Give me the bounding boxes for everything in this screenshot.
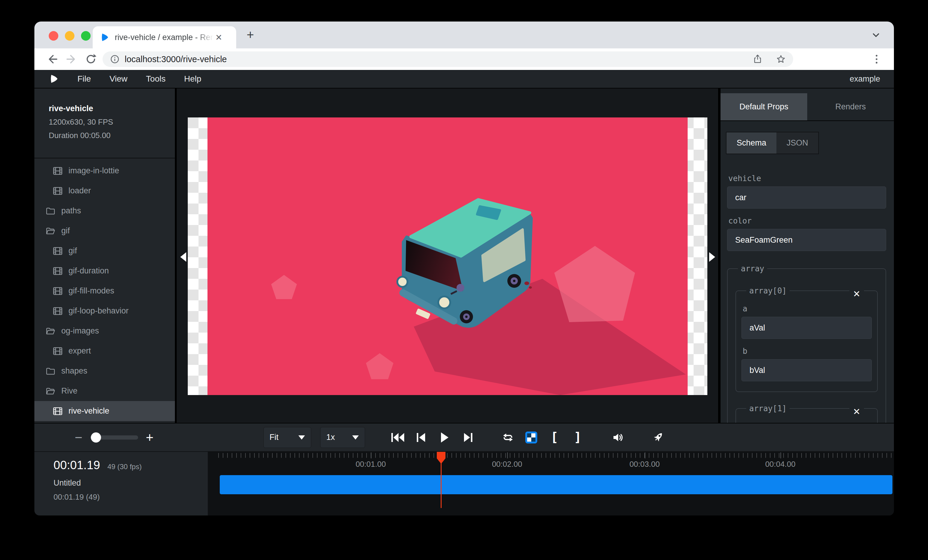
chevron-down-icon xyxy=(298,435,305,440)
compositions-sidebar: rive-vehicle 1200x630, 30 FPS Duration 0… xyxy=(34,88,175,423)
array-fieldset: array array[0] ✕ a b array[1] ✕ a xyxy=(727,264,886,423)
preview-area xyxy=(177,88,718,423)
array-0-a-input[interactable] xyxy=(742,317,872,339)
array-0-fieldset: array[0] ✕ a b xyxy=(736,286,878,392)
fit-select[interactable]: Fit xyxy=(263,427,311,448)
field-label-color: color xyxy=(728,216,886,225)
play-button[interactable] xyxy=(437,430,452,445)
array-0-b-input[interactable] xyxy=(742,359,872,381)
film-icon xyxy=(53,286,63,296)
tab-renders[interactable]: Renders xyxy=(807,93,894,120)
tab-default-props[interactable]: Default Props xyxy=(720,93,807,120)
menu-help[interactable]: Help xyxy=(184,74,201,84)
menu-file[interactable]: File xyxy=(78,74,91,84)
share-icon[interactable] xyxy=(752,54,763,64)
bookmark-star-icon[interactable] xyxy=(776,54,786,64)
color-input[interactable] xyxy=(727,229,886,251)
collapse-sidebar-arrow-icon[interactable] xyxy=(180,252,186,262)
sidebar-item-gif-folder[interactable]: gif xyxy=(34,221,175,241)
reload-button[interactable] xyxy=(85,53,97,65)
sidebar-item-gif-fill-modes[interactable]: gif-fill-modes xyxy=(34,281,175,301)
tab-close-icon[interactable]: ✕ xyxy=(215,33,222,43)
zoom-in-button[interactable]: + xyxy=(146,430,154,445)
playback-speed-select[interactable]: 1x xyxy=(320,427,365,448)
remove-array-1-button[interactable]: ✕ xyxy=(849,406,864,417)
panel-divider[interactable] xyxy=(718,88,720,423)
sidebar-item-og-images[interactable]: og-images xyxy=(34,321,175,341)
array-1-legend: array[1] xyxy=(746,404,789,413)
back-button[interactable] xyxy=(46,53,58,65)
sidebar-item-rive[interactable]: Rive xyxy=(34,381,175,401)
jump-to-end-button[interactable] xyxy=(461,430,475,445)
tab-search-chevron-icon[interactable] xyxy=(872,30,881,40)
film-icon xyxy=(53,306,63,316)
sidebar-item-image-in-lottie[interactable]: image-in-lottie xyxy=(34,161,175,181)
zoom-out-button[interactable]: − xyxy=(75,430,82,445)
jump-to-start-button[interactable] xyxy=(391,430,405,445)
collapse-panel-arrow-icon[interactable] xyxy=(709,252,715,262)
sidebar-item-gif-duration[interactable]: gif-duration xyxy=(34,261,175,281)
project-name-label: example xyxy=(850,75,880,84)
props-form: vehicle color array array[0] ✕ a b xyxy=(720,154,894,423)
composition-frame xyxy=(208,117,688,395)
ruler-label: 00:03.00 xyxy=(629,460,659,469)
film-icon xyxy=(53,346,63,356)
browser-menu-icon[interactable] xyxy=(871,53,882,65)
video-canvas xyxy=(188,117,707,395)
segment-json[interactable]: JSON xyxy=(777,132,818,154)
transparency-checkerboard-button[interactable] xyxy=(524,430,539,445)
segment-schema[interactable]: Schema xyxy=(727,132,777,154)
browser-tab[interactable]: rive-vehicle / example - Remoti ✕ xyxy=(93,26,236,49)
composition-duration: Duration 00:05.00 xyxy=(49,131,175,140)
menu-view[interactable]: View xyxy=(110,74,127,84)
main-area: rive-vehicle 1200x630, 30 FPS Duration 0… xyxy=(34,88,894,423)
timeline-track-bar[interactable] xyxy=(220,475,893,494)
track-name: Untitled xyxy=(53,478,208,488)
minimize-window-icon[interactable] xyxy=(65,31,75,41)
forward-button[interactable] xyxy=(66,53,78,65)
sidebar-item-gif-loop-behavior[interactable]: gif-loop-behavior xyxy=(34,301,175,321)
remotion-logo-icon[interactable] xyxy=(48,73,59,84)
volume-button[interactable] xyxy=(611,430,625,445)
sidebar-item-expert[interactable]: expert xyxy=(34,341,175,361)
array-1-fieldset: array[1] ✕ a b xyxy=(736,404,878,423)
out-marker-button[interactable]: ] xyxy=(571,430,585,445)
render-rocket-button[interactable] xyxy=(651,430,665,445)
loop-toggle-button[interactable] xyxy=(501,430,515,445)
timeline-ruler[interactable]: 00:01.00 00:02.00 00:03.00 00:04.00 xyxy=(218,451,894,469)
sidebar-item-shapes[interactable]: shapes xyxy=(34,361,175,381)
sidebar-item-rive-vehicle[interactable]: rive-vehicle xyxy=(34,401,175,421)
zoom-slider[interactable] xyxy=(90,435,138,440)
film-icon xyxy=(53,246,63,256)
remotion-favicon-icon xyxy=(99,32,110,43)
sidebar-item-paths[interactable]: paths xyxy=(34,201,175,221)
previous-frame-button[interactable] xyxy=(414,430,429,445)
frame-counter: 49 (30 fps) xyxy=(107,463,142,471)
menu-tools[interactable]: Tools xyxy=(146,74,165,84)
close-window-icon[interactable] xyxy=(49,31,58,41)
folder-open-icon xyxy=(46,387,55,396)
film-icon xyxy=(53,166,63,176)
macos-traffic-lights xyxy=(49,31,91,41)
ruler-label: 00:01.00 xyxy=(356,460,386,469)
browser-titlebar: rive-vehicle / example - Remoti ✕ + xyxy=(34,21,894,49)
composition-resolution: 1200x630, 30 FPS xyxy=(49,117,175,127)
timeline-info-panel: 00:01.19 49 (30 fps) Untitled 00:01.19 (… xyxy=(34,452,208,516)
composition-name: rive-vehicle xyxy=(49,104,175,113)
maximize-window-icon[interactable] xyxy=(81,31,91,41)
new-tab-button[interactable]: + xyxy=(247,29,254,41)
in-marker-button[interactable]: [ xyxy=(547,430,562,445)
sidebar-item-loader[interactable]: loader xyxy=(34,181,175,201)
address-bar[interactable]: localhost:3000/rive-vehicle xyxy=(102,52,793,67)
sidebar-item-gif[interactable]: gif xyxy=(34,241,175,261)
zoom-slider-handle[interactable] xyxy=(91,432,101,443)
url-text[interactable]: localhost:3000/rive-vehicle xyxy=(125,55,752,64)
field-label-b: b xyxy=(743,347,872,356)
browser-toolbar: localhost:3000/rive-vehicle xyxy=(34,49,894,70)
site-info-icon[interactable] xyxy=(110,54,120,64)
props-tabs: Default Props Renders xyxy=(720,93,894,121)
remove-array-0-button[interactable]: ✕ xyxy=(849,289,864,300)
vehicle-input[interactable] xyxy=(727,186,886,208)
current-timecode: 00:01.19 xyxy=(53,458,100,472)
composition-list: image-in-lottie loader paths gif gif gif… xyxy=(34,158,175,423)
